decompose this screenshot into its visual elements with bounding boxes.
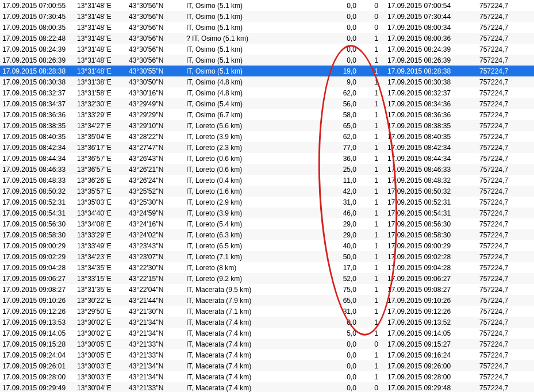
table-row[interactable]: 17.09.2015 09:14:0513°30'02''E43°21'34''… xyxy=(0,328,534,339)
table-row[interactable]: 17.09.2015 09:15:2813°30'05''E43°21'33''… xyxy=(0,339,534,349)
table-row[interactable]: 17.09.2015 09:13:5313°30'02''E43°21'34''… xyxy=(0,317,534,328)
cell-latitude: 43°22'30''N xyxy=(126,262,184,273)
cell-speed: 29,0 xyxy=(310,218,362,229)
table-row[interactable]: 17.09.2015 09:29:4913°30'04''E43°21'33''… xyxy=(0,382,534,392)
cell-timestamp: 17.09.2015 08:38:35 xyxy=(0,120,75,131)
cell-odometer: 757224,7 xyxy=(477,349,534,360)
cell-latitude: 43°30'56''N xyxy=(126,44,184,55)
cell-timestamp: 17.09.2015 09:15:28 xyxy=(0,339,75,349)
table-row[interactable]: 17.09.2015 09:04:2813°34'35''E43°22'30''… xyxy=(0,262,534,273)
cell-longitude: 13°35'57''E xyxy=(75,186,126,197)
cell-speed: 58,0 xyxy=(310,109,362,120)
table-row[interactable]: 17.09.2015 08:44:3413°36'57''E43°26'43''… xyxy=(0,153,534,164)
table-row[interactable]: 17.09.2015 08:22:4813°31'48''E43°30'56''… xyxy=(0,33,534,44)
cell-latitude: 43°30'56''N xyxy=(126,11,184,22)
table-row[interactable]: 17.09.2015 08:52:3113°35'03''E43°25'30''… xyxy=(0,197,534,207)
cell-flag: 1 xyxy=(362,186,385,197)
cell-timestamp2: 17.09.2015 08:44:34 xyxy=(385,153,477,164)
table-row[interactable]: 17.09.2015 08:00:3513°31'48''E43°30'56''… xyxy=(0,22,534,33)
cell-speed: 9,0 xyxy=(310,76,362,87)
cell-speed: 25,0 xyxy=(310,164,362,175)
cell-odometer: 757224,7 xyxy=(477,339,534,349)
cell-flag: 1 xyxy=(362,197,385,207)
table-row[interactable]: 17.09.2015 09:26:0113°30'03''E43°21'34''… xyxy=(0,360,534,371)
cell-latitude: 43°21'33''N xyxy=(126,349,184,360)
table-row[interactable]: 17.09.2015 09:02:2913°34'23''E43°23'07''… xyxy=(0,251,534,262)
cell-flag: 1 xyxy=(362,131,385,142)
table-row[interactable]: 17.09.2015 08:32:3713°31'58''E43°30'16''… xyxy=(0,87,534,98)
cell-place: IT, Osimo (5.1 km) xyxy=(184,66,310,76)
cell-timestamp: 17.09.2015 08:28:38 xyxy=(0,66,75,76)
table-row[interactable]: 17.09.2015 08:24:3913°31'48''E43°30'56''… xyxy=(0,44,534,55)
cell-speed: 31,0 xyxy=(310,306,362,317)
table-row[interactable]: 17.09.2015 08:40:3513°35'04''E43°28'22''… xyxy=(0,131,534,142)
table-row[interactable]: 17.09.2015 08:34:3713°32'30''E43°29'49''… xyxy=(0,98,534,109)
table-row[interactable]: 17.09.2015 09:06:2713°33'15''E43°22'15''… xyxy=(0,273,534,284)
cell-timestamp: 17.09.2015 09:00:29 xyxy=(0,240,75,251)
cell-place: IT, Macerata (7.4 km) xyxy=(184,349,310,360)
cell-flag: 0 xyxy=(362,11,385,22)
cell-odometer: 757224,7 xyxy=(477,273,534,284)
cell-latitude: 43°24'02''N xyxy=(126,229,184,240)
cell-longitude: 13°31'48''E xyxy=(75,66,126,76)
table-row[interactable]: 17.09.2015 09:24:0413°30'05''E43°21'33''… xyxy=(0,349,534,360)
cell-flag: 1 xyxy=(362,207,385,218)
cell-place: IT, Osimo (6.7 km) xyxy=(184,109,310,120)
table-row[interactable]: 17.09.2015 08:26:3913°31'48''E43°30'56''… xyxy=(0,55,534,66)
cell-speed: 62,0 xyxy=(310,131,362,142)
cell-timestamp2: 17.09.2015 08:48:32 xyxy=(385,175,477,186)
cell-latitude: 43°24'59''N xyxy=(126,207,184,218)
cell-timestamp: 17.09.2015 09:14:05 xyxy=(0,328,75,339)
cell-latitude: 43°29'10''N xyxy=(126,120,184,131)
table-row[interactable]: 17.09.2015 09:12:2613°29'50''E43°21'30''… xyxy=(0,306,534,317)
cell-place: IT, Loreto (5.4 km) xyxy=(184,218,310,229)
table-row[interactable]: 17.09.2015 09:10:2613°30'22''E43°21'44''… xyxy=(0,295,534,306)
cell-longitude: 13°30'02''E xyxy=(75,317,126,328)
cell-timestamp2: 17.09.2015 08:24:39 xyxy=(385,44,477,55)
cell-speed: 65,0 xyxy=(310,120,362,131)
table-row[interactable]: 17.09.2015 09:00:2913°33'49''E43°23'43''… xyxy=(0,240,534,251)
cell-place: IT, Loreto (6.3 km) xyxy=(184,229,310,240)
table-row[interactable]: 17.09.2015 08:46:3313°36'57''E43°26'21''… xyxy=(0,164,534,175)
cell-speed: 0,0 xyxy=(310,382,362,392)
cell-flag: 1 xyxy=(362,87,385,98)
table-row[interactable]: 17.09.2015 07:00:5513°31'48''E43°30'56''… xyxy=(0,0,534,11)
table-row[interactable]: 17.09.2015 08:56:3013°34'08''E43°24'16''… xyxy=(0,218,534,229)
cell-place: IT, Osimo (5.1 km) xyxy=(184,11,310,22)
table-row[interactable]: 17.09.2015 08:30:3813°31'38''E43°30'50''… xyxy=(0,76,534,87)
table-row[interactable]: 17.09.2015 08:42:3413°36'17''E43°27'47''… xyxy=(0,142,534,153)
cell-latitude: 43°21'34''N xyxy=(126,371,184,382)
cell-flag: 0 xyxy=(362,0,385,11)
table-row[interactable]: 17.09.2015 08:58:3013°33'29''E43°24'02''… xyxy=(0,229,534,240)
table-row[interactable]: 17.09.2015 09:28:0013°30'03''E43°21'34''… xyxy=(0,371,534,382)
cell-timestamp: 17.09.2015 08:48:33 xyxy=(0,175,75,186)
table-row[interactable]: 17.09.2015 08:48:3313°36'26''E43°26'24''… xyxy=(0,175,534,186)
cell-timestamp: 17.09.2015 09:13:53 xyxy=(0,317,75,328)
cell-latitude: 43°30'56''N xyxy=(126,0,184,11)
table-row[interactable]: 17.09.2015 08:50:3213°35'57''E43°25'52''… xyxy=(0,186,534,197)
cell-odometer: 757224,7 xyxy=(477,328,534,339)
cell-timestamp2: 17.09.2015 09:00:29 xyxy=(385,240,477,251)
cell-longitude: 13°33'49''E xyxy=(75,240,126,251)
cell-odometer: 757224,7 xyxy=(477,0,534,11)
cell-longitude: 13°36'57''E xyxy=(75,164,126,175)
table-row[interactable]: 17.09.2015 08:36:3613°33'29''E43°29'29''… xyxy=(0,109,534,120)
cell-latitude: 43°21'34''N xyxy=(126,317,184,328)
table-row[interactable]: 17.09.2015 08:28:3813°31'48''E43°30'55''… xyxy=(0,66,534,76)
cell-speed: 36,0 xyxy=(310,153,362,164)
cell-timestamp2: 17.09.2015 08:36:36 xyxy=(385,109,477,120)
cell-longitude: 13°35'03''E xyxy=(75,197,126,207)
gps-log-table[interactable]: 17.09.2015 07:00:5513°31'48''E43°30'56''… xyxy=(0,0,534,392)
cell-place: IT, Loreto (2.9 km) xyxy=(184,197,310,207)
table-row[interactable]: 17.09.2015 08:38:3513°34'27''E43°29'10''… xyxy=(0,120,534,131)
cell-flag: 1 xyxy=(362,55,385,66)
cell-longitude: 13°31'58''E xyxy=(75,87,126,98)
cell-flag: 1 xyxy=(362,360,385,371)
cell-latitude: 43°25'30''N xyxy=(126,197,184,207)
cell-odometer: 757224,7 xyxy=(477,55,534,66)
table-row[interactable]: 17.09.2015 09:08:2713°31'35''E43°22'04''… xyxy=(0,284,534,295)
cell-longitude: 13°30'03''E xyxy=(75,371,126,382)
table-row[interactable]: 17.09.2015 08:54:3113°34'40''E43°24'59''… xyxy=(0,207,534,218)
cell-place: IT, Macerata (7.4 km) xyxy=(184,339,310,349)
table-row[interactable]: 17.09.2015 07:30:4513°31'48''E43°30'56''… xyxy=(0,11,534,22)
